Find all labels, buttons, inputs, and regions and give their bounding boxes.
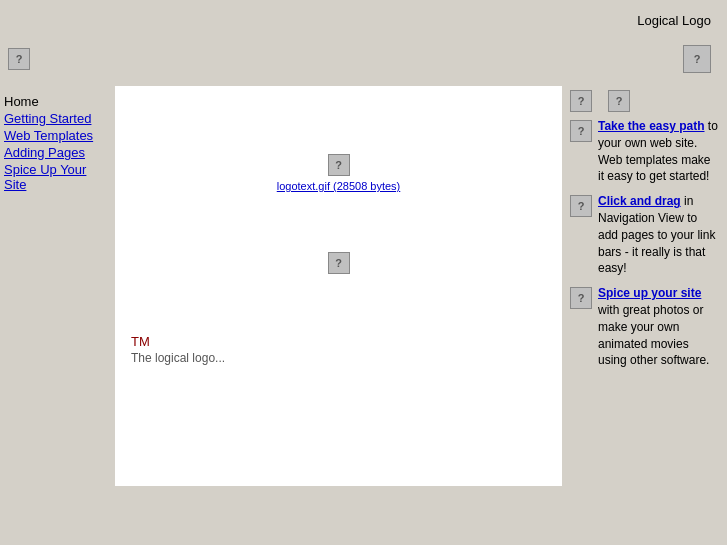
main-layout: Home Getting Started Web Templates Addin… bbox=[0, 86, 727, 486]
center-bottom-icon: ? bbox=[328, 252, 350, 274]
sidebar-item-spice-up[interactable]: Spice Up Your Site bbox=[4, 162, 107, 192]
sidebar-item-web-templates[interactable]: Web Templates bbox=[4, 128, 107, 143]
right-top-icon-2: ? bbox=[608, 90, 630, 112]
banner-right-icon: ? bbox=[683, 45, 711, 73]
right-block3-icon: ? bbox=[570, 287, 592, 309]
right-block2-text: Click and drag in Navigation View to add… bbox=[598, 193, 719, 277]
center-main-icon: ? bbox=[328, 154, 350, 176]
right-block3-link[interactable]: Spice up your site bbox=[598, 286, 701, 300]
top-header: Logical Logo bbox=[0, 0, 727, 36]
banner-row: ? ? bbox=[0, 36, 727, 86]
sidebar-item-getting-started[interactable]: Getting Started bbox=[4, 111, 107, 126]
center-tm: TM bbox=[131, 334, 150, 349]
sidebar-item-home[interactable]: Home bbox=[4, 94, 107, 109]
center-bottom-image-area: ? bbox=[328, 252, 350, 274]
banner-left-icon: ? bbox=[8, 48, 30, 70]
right-block1-icon: ? bbox=[570, 120, 592, 142]
right-block1-link[interactable]: Take the easy path bbox=[598, 119, 705, 133]
center-bottom-text: The logical logo... bbox=[131, 351, 225, 365]
center-caption-link[interactable]: logotext.gif (28508 bytes) bbox=[277, 180, 401, 192]
right-sidebar-block-2: ? Click and drag in Navigation View to a… bbox=[570, 193, 719, 277]
right-block3-rest: with great photos or make your own anima… bbox=[598, 303, 709, 367]
banner-right: ? bbox=[683, 45, 711, 73]
right-block3-text: Spice up your site with great photos or … bbox=[598, 285, 719, 369]
center-main-image-area: ? bbox=[328, 154, 350, 176]
right-block2-link[interactable]: Click and drag bbox=[598, 194, 681, 208]
right-block2-icon: ? bbox=[570, 195, 592, 217]
right-sidebar-block-3: ? Spice up your site with great photos o… bbox=[570, 285, 719, 369]
right-block1-text: Take the easy path to your own web site.… bbox=[598, 118, 719, 185]
right-sidebar: ? ? ? Take the easy path to your own web… bbox=[562, 86, 727, 486]
center-content: ? logotext.gif (28508 bytes) ? TM The lo… bbox=[115, 86, 562, 486]
banner-left: ? bbox=[8, 48, 30, 70]
right-sidebar-block-1: ? Take the easy path to your own web sit… bbox=[570, 118, 719, 185]
right-top-icon-1: ? bbox=[570, 90, 592, 112]
logo-text: Logical Logo bbox=[637, 13, 711, 28]
sidebar: Home Getting Started Web Templates Addin… bbox=[0, 86, 115, 486]
sidebar-item-adding-pages[interactable]: Adding Pages bbox=[4, 145, 107, 160]
right-sidebar-icons-row: ? ? bbox=[570, 90, 719, 112]
